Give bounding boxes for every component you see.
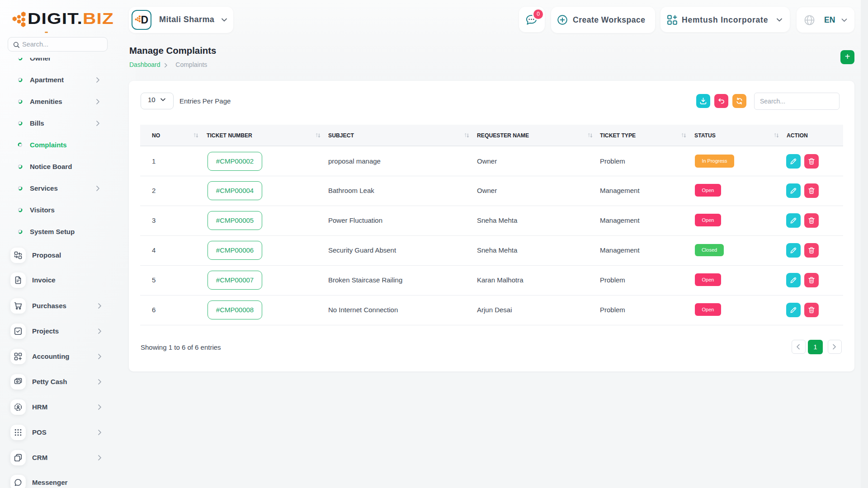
svg-text:D: D [141,14,149,26]
